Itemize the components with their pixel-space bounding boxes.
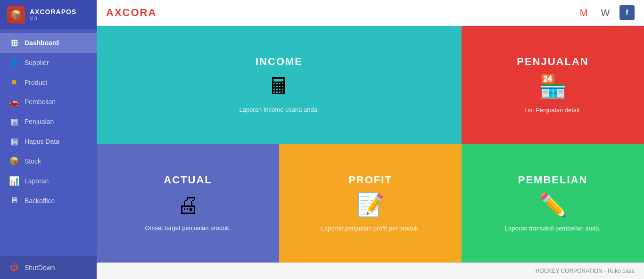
shutdown-button[interactable]: ⏻ ShutDown [0, 255, 97, 279]
card-pembelian[interactable]: PEMBELIAN ✏️ Laporan transaksi pembelian… [462, 144, 644, 263]
sidebar-item-backoffice[interactable]: 🖥 Backoffice [0, 191, 97, 210]
app-logo: 📦 [7, 6, 25, 24]
wordpress-icon[interactable]: W [598, 5, 613, 20]
logo-icon: 📦 [10, 9, 22, 20]
brand-logo: AXCORA [106, 7, 157, 19]
sidebar-item-supplier[interactable]: 👤 Supplier [0, 53, 97, 73]
sidebar-item-product[interactable]: ■ Product [0, 73, 97, 92]
sidebar-item-penjualan[interactable]: ▦ Penjualan [0, 112, 97, 131]
card-profit-icon: 📝 [356, 192, 385, 218]
sidebar-label-hapus: Hapus Data [25, 138, 59, 145]
sidebar-item-dashboard[interactable]: ⊞ Dashboard [0, 33, 97, 53]
product-icon: ■ [8, 77, 20, 87]
card-penjualan-icon: 🏪 [539, 74, 567, 100]
dashboard-icon: ⊞ [8, 38, 20, 48]
stock-icon: 📦 [8, 156, 20, 166]
sidebar: 📦 AXCORAPOS V.3 ⊞ Dashboard 👤 Supplier ■… [0, 0, 97, 279]
app-title-block: AXCORAPOS V.3 [30, 8, 76, 21]
hapus-icon: ▦ [8, 136, 20, 147]
laporan-icon: 📊 [8, 176, 20, 186]
shutdown-icon: ⏻ [8, 263, 20, 272]
pembelian-icon: 🚗 [8, 97, 20, 107]
sidebar-label-dashboard: Dashboard [25, 39, 59, 47]
card-income-title: INCOME [256, 56, 303, 68]
sidebar-item-hapus-data[interactable]: ▦ Hapus Data [0, 131, 97, 151]
supplier-icon: 👤 [8, 57, 20, 68]
card-profit-title: PROFIT [348, 174, 392, 186]
sidebar-item-pembelian[interactable]: 🚗 Pembelian [0, 92, 97, 112]
sidebar-label-stock: Stock [25, 157, 41, 165]
card-income[interactable]: INCOME 🖩 Laporan Income usaha anda. [97, 26, 462, 144]
card-actual-desc: Omset target penjualan produk. [145, 223, 231, 233]
app-name: AXCORAPOS [30, 8, 76, 16]
card-pembelian-icon: ✏️ [539, 192, 567, 218]
backoffice-icon: 🖥 [8, 196, 20, 205]
card-penjualan[interactable]: PENJUALAN 🏪 List Penjualan detail. [462, 26, 644, 144]
sidebar-label-backoffice: Backoffice [25, 197, 55, 205]
card-profit[interactable]: PROFIT 📝 Laporan penjualan profit per pr… [279, 144, 462, 263]
card-pembelian-desc: Laporan transaksi pembelian anda. [505, 224, 601, 233]
sidebar-item-laporan[interactable]: 📊 Laporan [0, 171, 97, 191]
sidebar-label-pembelian: Pembelian [25, 98, 56, 106]
footer-text: HOCKEY CORPORATION - Ruko pasa [536, 268, 635, 274]
card-income-icon: 🖩 [268, 74, 290, 99]
sidebar-label-laporan: Laporan [25, 177, 49, 185]
sidebar-header: 📦 AXCORAPOS V.3 [0, 0, 97, 29]
card-actual[interactable]: ACTUAL 🖨 Omset target penjualan produk. [97, 144, 279, 263]
mail-icon[interactable]: M [576, 5, 591, 20]
main-content: AXCORA M W f INCOME 🖩 Laporan Income usa… [97, 0, 644, 279]
card-penjualan-title: PENJUALAN [517, 56, 588, 68]
dashboard-grid: INCOME 🖩 Laporan Income usaha anda. PENJ… [97, 26, 644, 263]
card-profit-desc: Laporan penjualan profit per produk. [321, 224, 420, 233]
topbar: AXCORA M W f [97, 0, 644, 26]
card-pembelian-title: PEMBELIAN [518, 174, 588, 186]
app-version: V.3 [30, 16, 76, 21]
shutdown-label: ShutDown [25, 264, 55, 271]
card-income-desc: Laporan Income usaha anda. [239, 105, 319, 115]
sidebar-label-penjualan: Penjualan [25, 118, 54, 125]
footer: HOCKEY CORPORATION - Ruko pasa [97, 263, 644, 279]
sidebar-nav: ⊞ Dashboard 👤 Supplier ■ Product 🚗 Pembe… [0, 29, 97, 255]
card-actual-icon: 🖨 [177, 192, 199, 218]
sidebar-label-product: Product [25, 79, 47, 86]
sidebar-item-stock[interactable]: 📦 Stock [0, 151, 97, 171]
card-actual-title: ACTUAL [164, 174, 212, 186]
topbar-icons: M W f [576, 5, 635, 20]
penjualan-icon: ▦ [8, 116, 20, 127]
facebook-icon[interactable]: f [619, 5, 635, 20]
card-penjualan-desc: List Penjualan detail. [525, 106, 581, 115]
sidebar-label-supplier: Supplier [25, 59, 49, 66]
